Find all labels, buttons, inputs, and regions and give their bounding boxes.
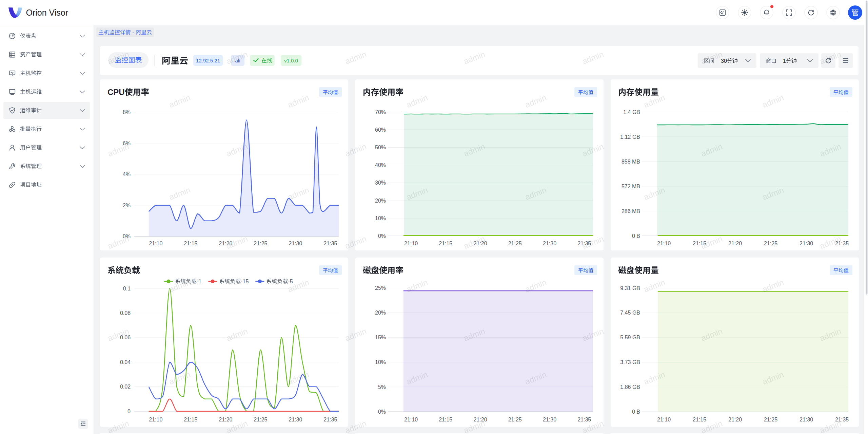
- svg-text:Orion Visor: Orion Visor: [26, 8, 68, 17]
